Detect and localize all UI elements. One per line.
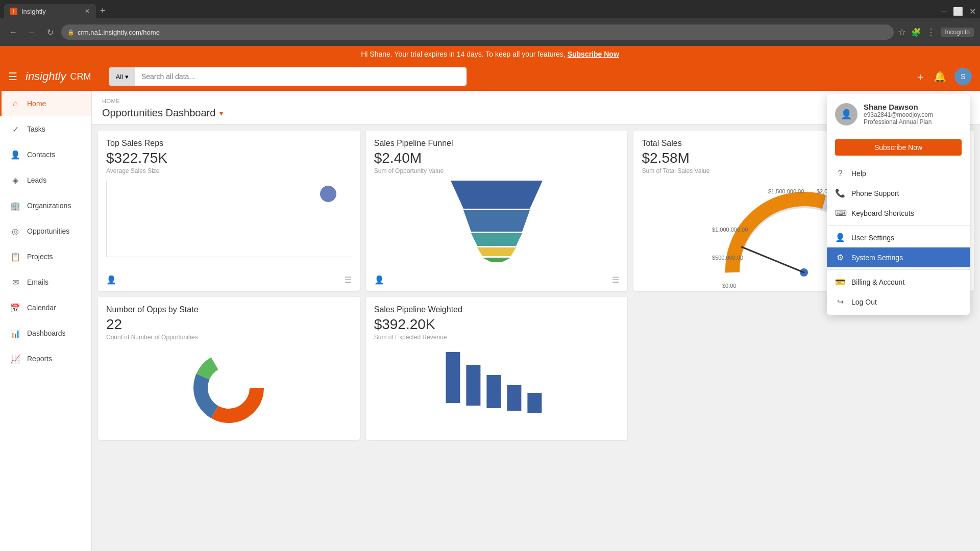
user-dropdown-menu: 👤 Shane Dawson e93a2841@moodjoy.com Prof… (827, 94, 970, 315)
sidebar-label-organizations: Organizations (27, 202, 71, 210)
funnel-chart (374, 181, 620, 262)
sidebar: ⌂ Home ✓ Tasks 👤 Contacts ◈ Leads 🏢 Orga… (0, 91, 92, 551)
user-settings-icon: 👤 (835, 233, 845, 242)
sidebar-item-reports[interactable]: 📈 Reports (0, 346, 91, 371)
svg-text:$1,000,000.00: $1,000,000.00 (712, 227, 748, 233)
search-scope-label: All (115, 73, 122, 81)
browser-menu-icon[interactable]: ⋮ (926, 27, 936, 38)
new-tab-button[interactable]: + (96, 6, 110, 18)
back-button[interactable]: ← (6, 25, 20, 39)
extensions-icon[interactable]: 🧩 (911, 28, 921, 37)
search-input[interactable] (135, 72, 467, 81)
menu-item-keyboard-shortcuts[interactable]: ⌨ Keyboard Shortcuts (827, 203, 970, 223)
sidebar-item-tasks[interactable]: ✓ Tasks (0, 116, 91, 142)
waterfall-svg (374, 347, 620, 429)
sidebar-item-emails[interactable]: ✉ Emails (0, 269, 91, 295)
logout-icon: ↪ (835, 297, 845, 307)
menu-item-billing[interactable]: 💳 Billing & Account (827, 272, 970, 292)
widget-pipeline-weighted-value: $392.20K (374, 316, 620, 333)
logo-area: insightly CRM (26, 70, 91, 83)
subscribe-now-link[interactable]: Subscribe Now (568, 50, 619, 58)
profile-plan: Professional Annual Plan (864, 118, 933, 126)
search-scope-button[interactable]: All ▾ (109, 67, 135, 86)
funnel-person-icon[interactable]: 👤 (374, 275, 384, 285)
add-button[interactable]: ＋ (915, 70, 925, 84)
widget-pipeline-weighted-subtitle: Sum of Expected Revenue (374, 334, 620, 341)
top-sales-chart (106, 181, 352, 257)
profile-name: Shane Dawson (864, 103, 933, 111)
tasks-icon: ✓ (10, 123, 21, 135)
organizations-icon: 🏢 (10, 200, 21, 211)
notifications-bell-icon[interactable]: 🔔 (934, 70, 946, 83)
sidebar-item-projects[interactable]: 📋 Projects (0, 244, 91, 269)
browser-chrome: i Insightly ✕ + ─ ⬜ ✕ ← → ↻ 🔒 crm.na1.in… (0, 0, 980, 46)
contacts-icon: 👤 (10, 149, 21, 160)
svg-text:$500,000.00: $500,000.00 (712, 255, 743, 261)
widget-top-sales-subtitle: Average Sales Size (106, 167, 352, 174)
menu-item-user-settings-label: User Settings (851, 234, 894, 242)
menu-item-billing-label: Billing & Account (851, 278, 904, 286)
waterfall-chart (374, 347, 620, 429)
tab-close-button[interactable]: ✕ (85, 8, 90, 15)
chart-baseline (106, 257, 352, 257)
logo-text: insightly (26, 70, 66, 83)
sidebar-item-contacts[interactable]: 👤 Contacts (0, 142, 91, 167)
trial-banner: Hi Shane. Your trial expires in 14 days.… (0, 46, 980, 62)
menu-item-phone-support[interactable]: 📞 Phone Support (827, 183, 970, 203)
svg-text:$0.00: $0.00 (722, 283, 737, 289)
svg-point-17 (210, 369, 247, 406)
menu-item-user-settings[interactable]: 👤 User Settings (827, 228, 970, 247)
home-icon: ⌂ (10, 98, 21, 109)
funnel-list-icon[interactable]: ☰ (612, 275, 619, 285)
menu-item-keyboard-label: Keyboard Shortcuts (851, 209, 914, 217)
user-avatar-button[interactable]: S (954, 68, 972, 85)
chart-left-line (106, 181, 107, 257)
list-view-icon[interactable]: ☰ (345, 275, 352, 285)
sidebar-item-leads[interactable]: ◈ Leads (0, 167, 91, 193)
sidebar-item-home[interactable]: ⌂ Home (0, 91, 91, 116)
sidebar-item-calendar[interactable]: 📅 Calendar (0, 295, 91, 320)
minimize-button[interactable]: ─ (941, 7, 947, 16)
sidebar-item-organizations[interactable]: 🏢 Organizations (0, 193, 91, 218)
widget-top-sales-value: $322.75K (106, 150, 352, 166)
menu-item-system-settings[interactable]: ⚙ System Settings (827, 247, 970, 267)
sidebar-label-tasks: Tasks (27, 125, 45, 133)
top-nav: ☰ insightly CRM All ▾ ＋ 🔔 S (0, 62, 980, 91)
bookmark-star-icon[interactable]: ☆ (898, 27, 906, 38)
sidebar-item-opportunities[interactable]: ◎ Opportunities (0, 218, 91, 244)
billing-icon: 💳 (835, 277, 845, 287)
hamburger-menu-button[interactable]: ☰ (8, 70, 17, 83)
dashboard-dropdown-button[interactable]: ▾ (219, 109, 223, 117)
top-nav-right: ＋ 🔔 S (915, 68, 972, 85)
search-bar[interactable]: All ▾ (109, 67, 467, 86)
trial-text: Hi Shane. Your trial expires in 14 days.… (361, 50, 566, 58)
address-bar[interactable]: 🔒 crm.na1.insightly.com/home (61, 24, 894, 40)
sidebar-label-emails: Emails (27, 278, 48, 286)
svg-rect-21 (507, 385, 521, 411)
reload-button[interactable]: ↻ (43, 25, 57, 39)
menu-item-logout[interactable]: ↪ Log Out (827, 292, 970, 312)
person-icon[interactable]: 👤 (106, 275, 116, 285)
incognito-badge: Incognito (941, 28, 974, 37)
opportunities-icon: ◎ (10, 226, 21, 237)
phone-icon: 📞 (835, 188, 845, 198)
widget-pipeline-funnel-value: $2.40M (374, 150, 620, 166)
forward-button[interactable]: → (24, 25, 39, 39)
emails-icon: ✉ (10, 277, 21, 288)
widget-top-sales: Top Sales Reps $322.75K Average Sales Si… (98, 131, 360, 291)
page-title: Opportunities Dashboard (102, 107, 215, 119)
sidebar-label-contacts: Contacts (27, 151, 55, 159)
donut-svg (188, 347, 270, 429)
maximize-button[interactable]: ⬜ (953, 7, 963, 16)
sidebar-item-dashboards[interactable]: 📊 Dashboards (0, 320, 91, 346)
menu-item-help[interactable]: ? Help (827, 164, 970, 183)
browser-tab-insightly[interactable]: i Insightly ✕ (4, 4, 96, 18)
sidebar-label-projects: Projects (27, 253, 53, 261)
calendar-icon: 📅 (10, 302, 21, 313)
bubble-data-point (320, 186, 336, 202)
close-button[interactable]: ✕ (969, 7, 976, 16)
svg-rect-22 (527, 393, 542, 413)
subscribe-now-button[interactable]: Subscribe Now (835, 139, 962, 156)
svg-marker-0 (451, 181, 543, 209)
dashboards-icon: 📊 (10, 328, 21, 339)
